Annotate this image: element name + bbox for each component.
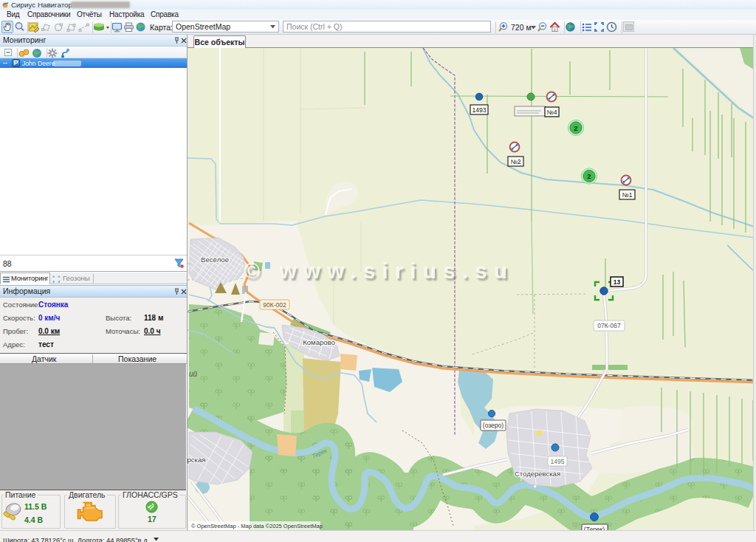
svg-text:1495: 1495	[551, 458, 565, 465]
svg-text:Весёлое: Весёлое	[201, 255, 229, 264]
svg-text:№1: №1	[622, 191, 633, 199]
svg-text:№2: №2	[511, 158, 521, 165]
svg-text:2: 2	[574, 124, 577, 132]
svg-text:© www.sirius.su: © www.sirius.su	[244, 258, 514, 283]
svg-text:Комарово: Комарово	[303, 338, 334, 346]
svg-text:(озеро): (озеро)	[483, 422, 504, 429]
svg-text:рская: рская	[188, 456, 205, 464]
svg-text:07К-067: 07К-067	[597, 322, 621, 329]
svg-text:ий: ий	[189, 370, 198, 378]
svg-text:© OpenStreetMap - Map data ©20: © OpenStreetMap - Map data ©2025 OpenStr…	[191, 523, 323, 529]
svg-text:90К-002: 90К-002	[263, 301, 286, 309]
svg-text:13: 13	[614, 278, 621, 286]
svg-text:Стодеревская: Стодеревская	[515, 470, 560, 478]
svg-text:2: 2	[587, 172, 591, 180]
svg-text:1493: 1493	[472, 106, 487, 114]
svg-text:№4: №4	[547, 109, 557, 116]
